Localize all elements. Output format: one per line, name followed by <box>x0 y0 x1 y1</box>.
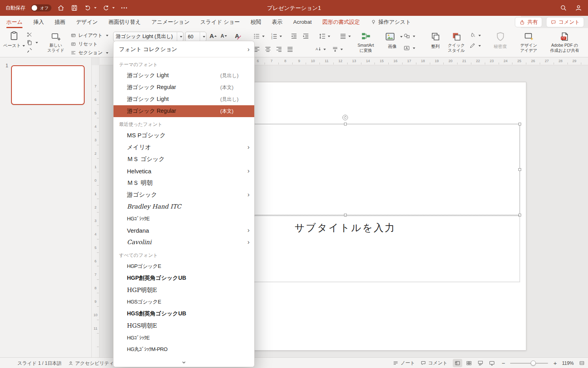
font-menu-item-Bradley Hand ITC[interactable]: Bradley Hand ITC <box>113 201 254 212</box>
sensitivity-button[interactable]: 秘密度 <box>490 31 510 49</box>
undo-button[interactable] <box>84 4 96 12</box>
quick-styles-button[interactable]: クイックスタイル <box>446 31 467 53</box>
shape-outline-button[interactable] <box>469 42 481 49</box>
font-menu-item-HGS明朝E[interactable]: HGS明朝E <box>113 320 254 332</box>
font-menu-item-HGPゴシックE[interactable]: HGPゴシックE <box>113 260 254 272</box>
layout-button[interactable]: レイアウト <box>70 32 108 39</box>
normal-view-button[interactable] <box>453 359 462 367</box>
notes-button[interactable]: ノート <box>393 360 415 366</box>
tab-表示[interactable]: 表示 <box>272 16 283 28</box>
accessibility-button[interactable]: アクセシビリティ <box>68 360 114 367</box>
save-button[interactable] <box>70 4 78 12</box>
align-right-button[interactable] <box>275 46 283 53</box>
adobe-pdf-button[interactable]: Adobe PDF の作成および共有 <box>545 31 584 53</box>
fit-to-window-button[interactable] <box>579 360 585 366</box>
tab-描画[interactable]: 描画 <box>55 16 65 28</box>
notes-page-view-button[interactable] <box>476 359 485 367</box>
search-button[interactable] <box>560 4 567 12</box>
vertical-align-button[interactable] <box>331 46 343 53</box>
font-menu-item-游ゴシック[interactable]: 游ゴシック› <box>113 189 254 201</box>
font-menu-item-HGｺﾞｼｯｸE[interactable]: HGｺﾞｼｯｸE <box>113 212 254 224</box>
resize-handle-middle-right[interactable] <box>518 168 521 171</box>
slide-thumbnail-1[interactable] <box>11 65 85 105</box>
paragraph-options-button[interactable] <box>339 32 351 40</box>
tab-操作アシスト[interactable]: 操作アシスト <box>371 16 411 28</box>
tab-デザイン[interactable]: デザイン <box>76 16 98 28</box>
resize-handle-top-middle[interactable] <box>344 123 347 125</box>
menu-item-font-collection[interactable]: フォント コレクション › <box>113 44 254 55</box>
tab-画面切り替え[interactable]: 画面切り替え <box>108 16 141 28</box>
font-menu-item-Verdana[interactable]: Verdana› <box>113 224 254 236</box>
font-menu-item-HGｺﾞｼｯｸE[interactable]: HGｺﾞｼｯｸE <box>113 332 254 343</box>
home-button[interactable] <box>57 4 65 12</box>
format-painter-button[interactable] <box>26 47 33 54</box>
slide-sorter-view-button[interactable] <box>464 359 474 367</box>
clear-formatting-button[interactable]: A <box>235 32 239 39</box>
tab-アニメーション[interactable]: アニメーション <box>151 16 189 28</box>
language-button[interactable]: 日本語 <box>47 360 62 367</box>
text-box-button[interactable] <box>403 45 415 51</box>
font-menu-item-游ゴシック Regular[interactable]: 游ゴシック Regular(本文) <box>113 82 254 93</box>
account-button[interactable] <box>575 4 582 12</box>
font-menu-item-ＭＳ ゴシック[interactable]: ＭＳ ゴシック <box>113 153 254 165</box>
bullets-button[interactable] <box>253 32 265 40</box>
font-size-combobox[interactable]: 60 <box>185 32 206 42</box>
font-menu-item-Helvetica[interactable]: Helvetica› <box>113 165 254 177</box>
font-name-combobox[interactable]: 游ゴシック Light (見出し) <box>113 32 183 42</box>
font-menu-item-メイリオ[interactable]: メイリオ› <box>113 141 254 153</box>
font-menu-item-MS Pゴシック[interactable]: MS Pゴシック <box>113 129 254 141</box>
line-spacing-button[interactable] <box>319 32 330 40</box>
font-menu-item-游ゴシック Light[interactable]: 游ゴシック Light(見出し) <box>113 70 254 82</box>
share-button[interactable]: 共有 <box>515 17 542 27</box>
decrease-font-size-button[interactable]: A <box>221 33 227 39</box>
autosave-toggle[interactable]: オフ <box>31 4 51 11</box>
shape-fill-button[interactable] <box>469 32 481 39</box>
font-menu-item-Cavolini[interactable]: Cavolini› <box>113 236 254 248</box>
font-menu-item-HGSゴシックE[interactable]: HGSゴシックE <box>113 296 254 308</box>
tab-Acrobat[interactable]: Acrobat <box>293 16 312 28</box>
reset-button[interactable]: リセット <box>70 41 108 47</box>
font-menu-item-HGP創英角ゴシックUB[interactable]: HGP創英角ゴシックUB <box>113 272 254 284</box>
numbering-button[interactable] <box>270 32 282 40</box>
align-center-button[interactable] <box>264 46 272 53</box>
section-button[interactable]: セクション <box>70 49 108 56</box>
copy-button[interactable] <box>26 39 38 46</box>
decrease-indent-button[interactable] <box>290 32 298 40</box>
redo-dropdown-chevron[interactable] <box>112 7 115 9</box>
comments-pane-button[interactable]: コメント <box>420 360 448 366</box>
font-size-dropdown-button[interactable] <box>200 32 206 41</box>
font-menu-item-游ゴシック Regular[interactable]: 游ゴシック Regular(本文) <box>113 105 254 117</box>
tab-ホーム[interactable]: ホーム <box>6 16 23 28</box>
resize-handle-top-right[interactable] <box>518 123 521 125</box>
increase-indent-button[interactable] <box>302 32 310 40</box>
tab-挿入[interactable]: 挿入 <box>33 16 44 28</box>
rotation-handle[interactable] <box>342 115 348 120</box>
zoom-slider[interactable] <box>510 360 548 366</box>
smartart-convert-button[interactable]: SmartArtに変換 <box>353 31 379 53</box>
zoom-out-button[interactable]: − <box>502 360 505 366</box>
vertical-ruler[interactable]: 765432101234567891011 <box>92 65 100 357</box>
picture-button[interactable]: 画像 <box>382 31 403 49</box>
arrange-button[interactable]: 整列 <box>426 31 444 49</box>
design-ideas-button[interactable]: デザインアイデア <box>518 31 539 53</box>
new-slide-button[interactable]: 新しいスライド <box>43 31 68 53</box>
redo-button[interactable] <box>102 4 115 12</box>
font-menu-item-游ゴシック Light[interactable]: 游ゴシック Light(見出し) <box>113 93 254 105</box>
comments-button[interactable]: コメント <box>546 17 584 27</box>
increase-font-size-button[interactable]: A <box>210 32 217 39</box>
menu-scroll-down[interactable] <box>113 358 254 367</box>
undo-dropdown-chevron[interactable] <box>94 7 96 9</box>
tab-校閲[interactable]: 校閲 <box>251 16 261 28</box>
zoom-slider-knob[interactable] <box>531 360 536 366</box>
font-menu-item-HG丸ｺﾞｼｯｸM-PRO[interactable]: HG丸ｺﾞｼｯｸM-PRO <box>113 343 254 355</box>
text-direction-button[interactable] <box>314 46 326 53</box>
font-menu-item-HGP明朝E[interactable]: HGP明朝E <box>113 284 254 296</box>
zoom-in-button[interactable]: + <box>553 360 557 366</box>
font-menu-item-ＭＳ 明朝[interactable]: ＭＳ 明朝 <box>113 177 254 189</box>
font-menu-item-HGS創英角ゴシックUB[interactable]: HGS創英角ゴシックUB <box>113 308 254 320</box>
paste-button[interactable]: ペースト <box>3 30 25 49</box>
more-commands-button[interactable] <box>120 4 128 12</box>
tab-図形の書式設定[interactable]: 図形の書式設定 <box>322 16 360 28</box>
justify-button[interactable] <box>286 46 294 53</box>
slideshow-view-button[interactable] <box>487 359 497 367</box>
